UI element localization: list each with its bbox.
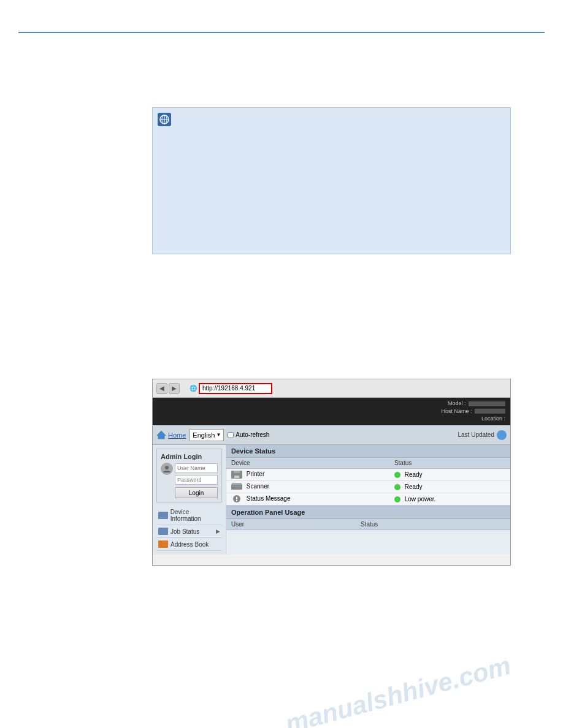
location-info: Location : <box>441 415 505 423</box>
status-indicator <box>394 496 400 502</box>
admin-login-title: Admin Login <box>161 453 218 460</box>
password-input[interactable] <box>175 475 218 485</box>
message-icon <box>231 495 242 503</box>
table-row: Scanner Ready <box>226 481 510 493</box>
job-status-icon <box>158 528 168 535</box>
svg-rect-14 <box>236 497 237 499</box>
last-updated: Last Updated <box>458 430 507 440</box>
auto-refresh-input[interactable] <box>228 432 234 438</box>
sidebar: Admin Login Login <box>153 445 226 555</box>
top-divider <box>18 32 545 33</box>
svg-rect-10 <box>231 484 242 490</box>
back-button[interactable]: ◀ <box>156 383 167 394</box>
status-indicator <box>394 472 400 478</box>
table-row: Status Message Low power. <box>226 493 510 506</box>
forward-button[interactable]: ▶ <box>169 383 180 394</box>
status-cell: Low power. <box>389 493 510 506</box>
svg-rect-7 <box>234 471 240 473</box>
hostname-info: Host Name : <box>441 408 505 415</box>
svg-rect-15 <box>236 500 237 501</box>
watermark: manualshhive.com <box>282 651 514 728</box>
printer-icon <box>231 471 242 479</box>
sidebar-item-label: Device Information <box>170 509 220 522</box>
refresh-button[interactable] <box>497 430 507 440</box>
svg-point-9 <box>239 474 241 476</box>
address-book-icon <box>158 540 168 548</box>
user-column-header: User <box>226 519 356 530</box>
device-info-icon <box>158 512 168 519</box>
sidebar-item-device-information[interactable]: Device Information <box>156 506 222 525</box>
svg-rect-12 <box>232 486 241 487</box>
scanner-icon <box>231 483 242 491</box>
svg-rect-11 <box>232 483 242 485</box>
printer-main: Admin Login Login <box>153 445 510 555</box>
status-column-header: Status <box>356 519 510 530</box>
table-row: Printer Ready <box>226 469 510 481</box>
chevron-down-icon: ▼ <box>216 432 221 438</box>
printer-header: Model : Host Name : Location : <box>153 398 510 425</box>
device-status-table: Device Status <box>226 458 510 506</box>
sidebar-item-label: Address Book <box>170 541 209 548</box>
sidebar-item-label: Job Status <box>170 528 199 535</box>
home-button[interactable]: Home <box>156 431 186 439</box>
svg-point-5 <box>165 466 169 469</box>
device-cell: Printer <box>226 469 389 481</box>
address-bar-container: 🌐 http://192168.4.921 <box>190 382 504 395</box>
device-column-header: Device <box>226 458 389 469</box>
main-content: Device Status Device Status <box>226 445 510 555</box>
user-icon <box>161 463 173 475</box>
model-info: Model : <box>441 400 505 408</box>
status-column-header: Status <box>389 458 510 469</box>
browser-nav: ◀ ▶ <box>156 383 185 394</box>
bottom-screenshot: ◀ ▶ 🌐 http://192168.4.921 Model : Host N… <box>152 379 511 566</box>
top-screenshot <box>152 107 511 254</box>
login-button[interactable]: Login <box>175 487 218 498</box>
submenu-arrow-icon: ▶ <box>216 528 220 534</box>
svg-rect-8 <box>234 476 239 478</box>
status-indicator <box>394 484 400 490</box>
device-cell: Status Message <box>226 493 389 506</box>
status-cell: Ready <box>389 469 510 481</box>
home-icon <box>156 431 166 439</box>
sidebar-item-address-book[interactable]: Address Book <box>156 538 222 551</box>
address-input[interactable]: http://192168.4.921 <box>199 383 272 394</box>
printer-header-info: Model : Host Name : Location : <box>441 400 505 423</box>
status-cell: Ready <box>389 481 510 493</box>
auto-refresh-checkbox[interactable]: Auto-refresh <box>228 431 269 438</box>
globe-icon <box>158 113 171 126</box>
device-status-header: Device Status <box>226 445 510 458</box>
admin-login-panel: Admin Login Login <box>156 449 222 502</box>
language-select[interactable]: English ▼ <box>190 429 224 441</box>
printer-nav: Home English ▼ Auto-refresh Last Updated <box>153 425 510 445</box>
username-input[interactable] <box>175 463 218 473</box>
operation-panel-table: User Status <box>226 519 510 530</box>
operation-panel-header: Operation Panel Usage <box>226 506 510 519</box>
device-cell: Scanner <box>226 481 389 493</box>
browser-chrome: ◀ ▶ 🌐 http://192168.4.921 <box>153 379 510 398</box>
sidebar-item-job-status[interactable]: Job Status ▶ <box>156 525 222 538</box>
